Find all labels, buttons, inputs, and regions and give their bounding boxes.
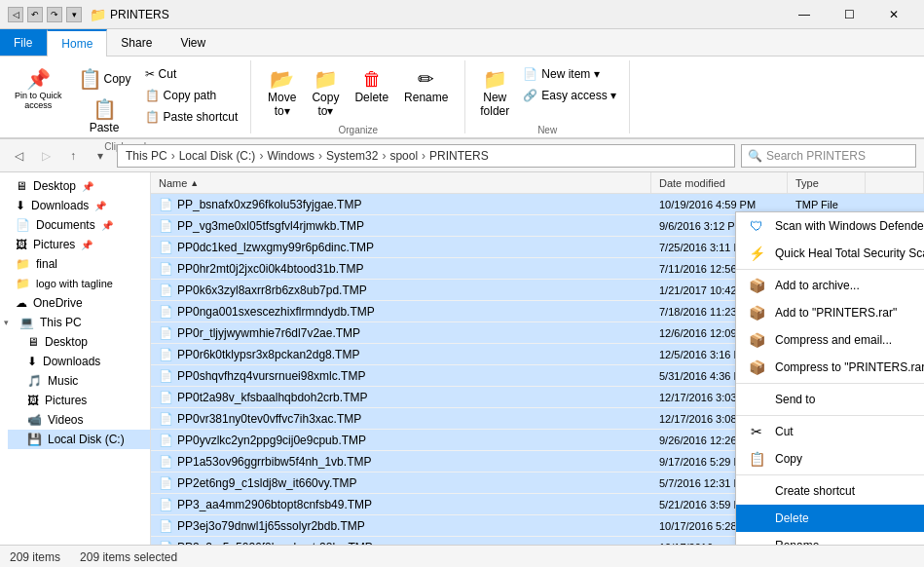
ctx-compress-rar-email[interactable]: 📦 Compress to "PRINTERS.rar" and email <box>736 354 924 381</box>
paste-button[interactable]: 📋 Paste <box>71 94 138 139</box>
ctx-compress-email[interactable]: 📦 Compress and email... <box>736 326 924 354</box>
file-list-header: Name ▲ Date modified Type <box>151 172 924 194</box>
sidebar-item-downloads2[interactable]: ⬇ Downloads <box>8 352 150 371</box>
pictures-label: Pictures <box>33 238 75 251</box>
pin-desktop-icon[interactable]: 📌 <box>82 181 93 192</box>
tab-share[interactable]: Share <box>107 29 166 56</box>
search-placeholder: Search PRINTERS <box>766 149 866 163</box>
file-list[interactable]: Name ▲ Date modified Type 📄 PP_bsnafx0xz… <box>151 172 924 545</box>
sidebar-item-desktop2[interactable]: 🖥 Desktop <box>8 332 150 352</box>
ctx-quickheal[interactable]: ⚡ Quick Heal Total Security Scan <box>736 240 924 267</box>
ctx-copy[interactable]: 📋 Copy <box>736 445 924 472</box>
pictures2-label: Pictures <box>45 394 87 407</box>
file-icon-3: 📄 <box>159 262 173 276</box>
pin-pictures-icon[interactable]: 📌 <box>81 240 92 250</box>
ctx-quickheal-label: Quick Heal Total Security Scan <box>775 246 924 260</box>
path-local-disk[interactable]: Local Disk (C:) <box>179 149 256 163</box>
sidebar-item-pictures[interactable]: 🖼 Pictures 📌 <box>0 235 150 254</box>
ctx-send-to[interactable]: Send to ▶ <box>736 386 924 413</box>
col-date-header[interactable]: Date modified <box>651 172 788 193</box>
file-name-13: PP2et6ng9_c1sldj8w_it660vy.TMP <box>177 476 357 490</box>
ctx-create-shortcut[interactable]: Create shortcut <box>736 477 924 505</box>
sidebar-item-local-disk[interactable]: 💾 Local Disk (C:) <box>8 430 150 449</box>
pin-documents-icon[interactable]: 📌 <box>101 220 113 231</box>
pin-downloads-icon[interactable]: 📌 <box>94 201 106 211</box>
tab-home[interactable]: Home <box>47 29 107 57</box>
clipboard-buttons: 📌 Pin to Quickaccess 📋 Copy 📋 Paste <box>8 64 242 139</box>
down-arrow-icon[interactable]: ▾ <box>66 7 82 22</box>
logo-label: logo with tagline <box>36 278 113 289</box>
path-windows[interactable]: Windows <box>267 149 314 163</box>
sidebar-item-final[interactable]: 📁 final <box>0 254 150 274</box>
rename-button[interactable]: ✏ Rename <box>397 64 455 109</box>
address-bar: ◁ ▷ ↑ ▾ This PC › Local Disk (C:) › Wind… <box>0 139 924 172</box>
file-name-9: PP0t2a98v_kfsbaalhqbdoh2crb.TMP <box>177 391 367 404</box>
path-spool[interactable]: spool <box>389 149 418 163</box>
sidebar-item-pictures2[interactable]: 🖼 Pictures <box>8 391 150 410</box>
ribbon: File Home Share View 📌 Pin to Quickacces… <box>0 29 924 139</box>
sidebar-item-videos[interactable]: 📹 Videos <box>8 410 150 430</box>
new-label: New <box>473 125 621 135</box>
ctx-add-archive[interactable]: 📦 Add to archive... <box>736 272 924 299</box>
up-button[interactable]: ↑ <box>62 145 84 167</box>
new-item-icon: 📄 <box>523 67 537 81</box>
sidebar-item-logo[interactable]: 📁 logo with tagline <box>0 274 150 293</box>
copy-path-icon: 📋 <box>145 89 160 102</box>
sidebar-item-documents[interactable]: 📄 Documents 📌 <box>0 215 150 235</box>
this-pc-label: This PC <box>40 316 82 329</box>
cut-button[interactable]: ✂ Cut <box>140 64 243 84</box>
ctx-add-rar[interactable]: 📦 Add to "PRINTERS.rar" <box>736 299 924 326</box>
path-system32[interactable]: System32 <box>326 149 378 163</box>
minimize-button[interactable]: — <box>782 0 827 29</box>
col-type-header[interactable]: Type <box>788 172 866 193</box>
easy-access-icon: 🔗 <box>523 89 537 102</box>
col-name-header[interactable]: Name ▲ <box>151 172 651 193</box>
sidebar-item-this-pc[interactable]: ▾ 💻 This PC <box>0 313 150 332</box>
search-icon: 🔍 <box>748 149 762 163</box>
new-folder-button[interactable]: 📁 Newfolder <box>473 64 516 123</box>
new-item-button[interactable]: 📄 New item ▾ <box>518 64 621 84</box>
downloads2-icon: ⬇ <box>27 355 37 368</box>
paste-shortcut-button[interactable]: 📋 Paste shortcut <box>140 107 243 127</box>
delete-button[interactable]: 🗑 Delete <box>348 64 395 109</box>
recent-locations-button[interactable]: ▾ <box>90 145 111 167</box>
maximize-button[interactable]: ☐ <box>827 0 871 29</box>
cut-label: Cut <box>159 67 177 81</box>
address-path[interactable]: This PC › Local Disk (C:) › Windows › Sy… <box>117 144 735 168</box>
file-name-2: PP0dc1ked_lzwxgmy99r6p6dinc.TMP <box>177 241 374 254</box>
sidebar-item-music[interactable]: 🎵 Music <box>8 371 150 391</box>
sidebar-item-desktop[interactable]: 🖥 Desktop 📌 <box>0 176 150 196</box>
file-icon-8: 📄 <box>159 369 173 383</box>
organize-label: Organize <box>259 125 457 135</box>
quick-access-icon[interactable]: ◁ <box>8 7 23 22</box>
undo-icon[interactable]: ↶ <box>27 7 43 22</box>
col-size-header[interactable] <box>866 172 924 193</box>
tab-view[interactable]: View <box>166 29 220 56</box>
copy-path-button[interactable]: 📋 Copy path <box>140 86 243 105</box>
search-box[interactable]: 🔍 Search PRINTERS <box>741 144 916 168</box>
file-icon-16: 📄 <box>159 541 173 546</box>
path-this-pc[interactable]: This PC <box>126 149 167 163</box>
sidebar-item-downloads[interactable]: ⬇ Downloads 📌 <box>0 196 150 215</box>
back-button[interactable]: ◁ <box>8 145 29 167</box>
local-disk-icon: 💾 <box>27 433 42 446</box>
tab-file[interactable]: File <box>0 29 47 56</box>
scissors-icon: ✂ <box>145 67 155 81</box>
move-to-button[interactable]: 📂 Moveto▾ <box>261 64 303 123</box>
file-icon-10: 📄 <box>159 412 173 426</box>
ctx-cut[interactable]: ✂ Cut <box>736 418 924 445</box>
ribbon-group-clipboard: 📌 Pin to Quickaccess 📋 Copy 📋 Paste <box>0 60 251 133</box>
pin-quick-access-button[interactable]: 📌 Pin to Quickaccess <box>8 64 69 115</box>
path-printers[interactable]: PRINTERS <box>429 149 489 163</box>
ctx-scan-defender[interactable]: 🛡 Scan with Windows Defender... <box>736 212 924 240</box>
ctx-copy-label: Copy <box>775 452 802 466</box>
copy-to-button[interactable]: 📁 Copyto▾ <box>305 64 346 123</box>
easy-access-button[interactable]: 🔗 Easy access ▾ <box>518 86 621 105</box>
redo-icon[interactable]: ↷ <box>47 7 62 22</box>
copy-button[interactable]: 📋 Copy <box>71 64 138 94</box>
sidebar-item-onedrive[interactable]: ☁ OneDrive <box>0 293 150 313</box>
rename-ctx-icon <box>748 537 765 545</box>
ctx-delete[interactable]: Delete <box>736 505 924 532</box>
ctx-rename[interactable]: Rename <box>736 532 924 545</box>
close-button[interactable]: ✕ <box>871 0 916 29</box>
